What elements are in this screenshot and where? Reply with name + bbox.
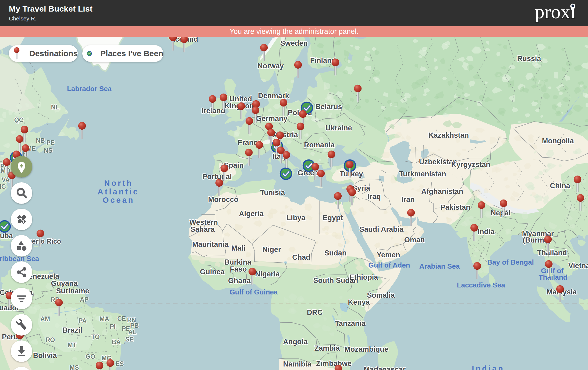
- svg-text:TO: TO: [91, 333, 100, 340]
- svg-text:AL: AL: [128, 329, 137, 336]
- svg-text:Gulf of Aden: Gulf of Aden: [368, 261, 410, 269]
- svg-text:DRC: DRC: [307, 308, 323, 316]
- svg-text:Algeria: Algeria: [239, 210, 264, 218]
- svg-text:Faso: Faso: [230, 265, 247, 273]
- svg-text:Kazakhstan: Kazakhstan: [428, 131, 469, 139]
- svg-text:Somalia: Somalia: [367, 291, 395, 299]
- svg-text:Guinea: Guinea: [200, 268, 225, 276]
- svg-text:Saudi Arabia: Saudi Arabia: [359, 225, 404, 233]
- svg-text:Pakistan: Pakistan: [440, 203, 470, 211]
- svg-text:Denmark: Denmark: [258, 92, 289, 100]
- svg-text:PE: PE: [47, 139, 55, 146]
- svg-text:MT: MT: [68, 341, 76, 348]
- svg-text:Germany: Germany: [256, 115, 287, 123]
- svg-text:Bolivia: Bolivia: [33, 351, 57, 360]
- svg-text:BA: BA: [112, 339, 121, 346]
- svg-text:Oman: Oman: [404, 236, 425, 244]
- svg-text:NB: NB: [36, 137, 45, 144]
- svg-text:Libya: Libya: [286, 214, 306, 222]
- svg-text:Niger: Niger: [262, 246, 281, 254]
- svg-text:RO: RO: [46, 336, 55, 343]
- svg-text:Gulf of Guinea: Gulf of Guinea: [229, 288, 278, 296]
- svg-text:Nepal: Nepal: [491, 209, 511, 217]
- svg-text:Madagascar: Madagascar: [364, 365, 406, 370]
- svg-text:Portugal: Portugal: [202, 173, 232, 181]
- svg-text:PB: PB: [130, 322, 139, 329]
- svg-text:India: India: [477, 228, 495, 236]
- svg-text:Mozambique: Mozambique: [344, 345, 388, 353]
- svg-text:Kyrgyzstan: Kyrgyzstan: [451, 161, 490, 169]
- svg-text:Russia: Russia: [517, 55, 541, 63]
- svg-text:Turkmenistan: Turkmenistan: [399, 170, 446, 178]
- svg-text:Bay of Bengal: Bay of Bengal: [487, 258, 534, 266]
- svg-text:Sudan: Sudan: [324, 249, 347, 257]
- svg-text:Laccadive Sea: Laccadive Sea: [457, 281, 505, 289]
- svg-text:Indian: Indian: [472, 364, 504, 370]
- svg-text:Labrador Sea: Labrador Sea: [67, 85, 112, 93]
- svg-text:NS: NS: [44, 147, 52, 154]
- svg-text:Tanzania: Tanzania: [335, 319, 366, 328]
- svg-text:PI: PI: [110, 323, 116, 330]
- svg-text:Norway: Norway: [257, 62, 284, 70]
- svg-text:Mongolia: Mongolia: [542, 137, 574, 145]
- svg-text:VA: VA: [2, 176, 10, 183]
- svg-text:Iran: Iran: [401, 195, 415, 204]
- svg-text:China: China: [550, 182, 570, 190]
- svg-text:Iraq: Iraq: [367, 193, 381, 201]
- svg-text:QC: QC: [14, 116, 24, 123]
- svg-text:Sahara: Sahara: [190, 225, 215, 233]
- svg-text:MA: MA: [100, 315, 109, 322]
- svg-text:Thailand: Thailand: [539, 273, 568, 281]
- svg-text:AP: AP: [80, 296, 88, 303]
- svg-text:Romania: Romania: [304, 141, 335, 149]
- svg-text:Angola: Angola: [283, 338, 308, 346]
- svg-text:PA: PA: [79, 317, 87, 324]
- svg-text:North: North: [104, 179, 133, 187]
- svg-text:Thailand: Thailand: [537, 249, 567, 257]
- svg-text:Arabian Sea: Arabian Sea: [419, 262, 460, 270]
- svg-text:Nigeria: Nigeria: [255, 270, 280, 278]
- svg-text:Mali: Mali: [231, 244, 246, 252]
- svg-text:Belarus: Belarus: [315, 103, 342, 111]
- svg-text:GO: GO: [86, 353, 95, 360]
- svg-text:Yemen: Yemen: [377, 251, 400, 259]
- svg-text:MS: MS: [70, 364, 79, 370]
- svg-text:Namibia: Namibia: [283, 360, 311, 368]
- svg-text:Zimbabwe: Zimbabwe: [316, 360, 352, 368]
- svg-text:Ocean: Ocean: [103, 196, 135, 204]
- svg-text:Ethiopia: Ethiopia: [349, 273, 378, 281]
- svg-text:AM: AM: [40, 315, 50, 322]
- svg-text:CE: CE: [117, 315, 126, 322]
- svg-text:Suriname: Suriname: [56, 287, 89, 295]
- svg-text:Sweden: Sweden: [280, 39, 308, 47]
- svg-text:Egypt: Egypt: [323, 214, 343, 222]
- svg-text:Mauritania: Mauritania: [192, 240, 229, 248]
- svg-text:Brazil: Brazil: [62, 326, 82, 334]
- svg-text:NL: NL: [51, 104, 59, 111]
- svg-text:Afghanistan: Afghanistan: [421, 187, 463, 195]
- svg-text:Ghana: Ghana: [228, 277, 251, 285]
- svg-text:ES: ES: [116, 360, 124, 367]
- svg-text:SE: SE: [125, 336, 134, 343]
- svg-text:Morocco: Morocco: [208, 195, 239, 204]
- svg-text:Tunisia: Tunisia: [260, 188, 285, 197]
- svg-text:MD: MD: [1, 167, 10, 174]
- svg-text:Ukraine: Ukraine: [325, 124, 352, 132]
- svg-text:Atlantic: Atlantic: [98, 187, 139, 196]
- svg-text:NC: NC: [0, 183, 6, 190]
- svg-text:Guyana: Guyana: [51, 279, 78, 287]
- svg-text:Chad: Chad: [292, 253, 310, 261]
- svg-text:Kenya: Kenya: [348, 298, 370, 306]
- svg-text:Zambia: Zambia: [314, 344, 340, 352]
- svg-text:Vietnam: Vietnam: [568, 262, 588, 270]
